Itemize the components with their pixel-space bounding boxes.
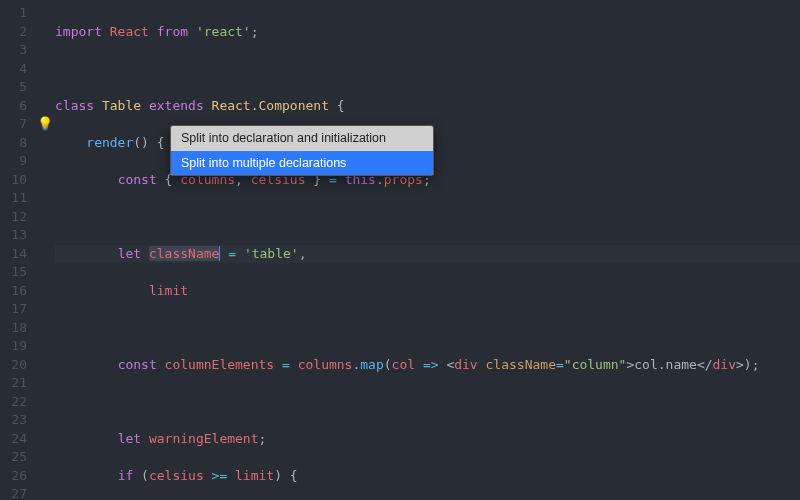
line-number: 2 <box>0 23 35 42</box>
text: col.name <box>634 357 697 372</box>
line-number: 5 <box>0 78 35 97</box>
lightbulb-icon[interactable]: 💡 <box>37 115 53 134</box>
class-name: React.Component <box>212 98 329 113</box>
intention-item-split-decl-init[interactable]: Split into declaration and initializatio… <box>171 126 433 151</box>
keyword: if <box>118 468 134 483</box>
line-number: 9 <box>0 152 35 171</box>
class-name: Table <box>102 98 141 113</box>
identifier: limit <box>149 283 188 298</box>
line-number: 27 <box>0 485 35 500</box>
keyword: class <box>55 98 94 113</box>
method: map <box>360 357 383 372</box>
line-number: 16 <box>0 282 35 301</box>
code-editor: 1234567891011121314151617181920212223242… <box>0 0 800 500</box>
string: 'table' <box>244 246 299 261</box>
line-number: 23 <box>0 411 35 430</box>
identifier: columnElements <box>165 357 275 372</box>
selected-text: className <box>149 246 219 261</box>
line-number: 3 <box>0 41 35 60</box>
identifier: celsius <box>149 468 204 483</box>
line-number: 17 <box>0 300 35 319</box>
line-number: 1 <box>0 4 35 23</box>
line-number: 11 <box>0 189 35 208</box>
method: render <box>86 135 133 150</box>
jsx-tag: div <box>454 357 477 372</box>
keyword: extends <box>149 98 204 113</box>
identifier: limit <box>235 468 274 483</box>
identifier: React <box>110 24 149 39</box>
string: 'react' <box>196 24 251 39</box>
keyword: const <box>118 357 157 372</box>
line-number: 19 <box>0 337 35 356</box>
line-number: 21 <box>0 374 35 393</box>
line-number: 26 <box>0 467 35 486</box>
line-number: 8 <box>0 134 35 153</box>
keyword: const <box>118 172 157 187</box>
line-number: 7 <box>0 115 35 134</box>
keyword: import <box>55 24 102 39</box>
line-number: 25 <box>0 448 35 467</box>
annotation-column: 💡 <box>35 0 55 500</box>
jsx-attr: className <box>486 357 556 372</box>
param: col <box>392 357 415 372</box>
string: "column" <box>564 357 627 372</box>
line-number: 18 <box>0 319 35 338</box>
line-number: 20 <box>0 356 35 375</box>
keyword: from <box>157 24 188 39</box>
jsx-tag: div <box>713 357 736 372</box>
intention-item-split-multiple[interactable]: Split into multiple declarations <box>171 151 433 176</box>
identifier: warningElement <box>149 431 259 446</box>
keyword: let <box>118 431 141 446</box>
identifier: columns <box>298 357 353 372</box>
line-number-gutter: 1234567891011121314151617181920212223242… <box>0 0 35 500</box>
line-number: 24 <box>0 430 35 449</box>
line-number: 22 <box>0 393 35 412</box>
code-area[interactable]: import React from 'react'; class Table e… <box>55 0 800 500</box>
line-number: 10 <box>0 171 35 190</box>
line-number: 13 <box>0 226 35 245</box>
keyword: let <box>118 246 141 261</box>
line-number: 15 <box>0 263 35 282</box>
line-number: 12 <box>0 208 35 227</box>
intention-popup: Split into declaration and initializatio… <box>170 125 434 176</box>
line-number: 6 <box>0 97 35 116</box>
line-number: 4 <box>0 60 35 79</box>
line-number: 14 <box>0 245 35 264</box>
